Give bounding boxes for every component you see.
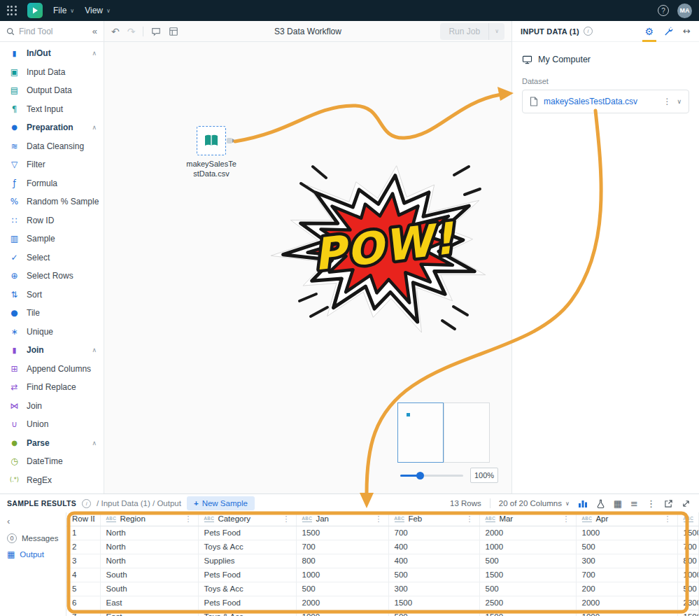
column-menu-icon[interactable]: ⋮ — [466, 512, 474, 526]
column-type-icon: ABC — [106, 516, 117, 522]
table-cell: Pets Food — [198, 596, 296, 610]
sidebar-collapse-button[interactable]: « — [92, 26, 97, 36]
table-cell: 700 — [388, 526, 479, 540]
column-menu-icon[interactable]: ⋮ — [283, 512, 290, 526]
info-icon[interactable]: i — [82, 499, 91, 508]
sidebar-section-in-out[interactable]: ▮In/Out∧ — [0, 44, 104, 63]
expand-panel-icon[interactable]: ↔ — [683, 26, 691, 36]
column-header-apr[interactable]: ABCApr⋮ — [576, 512, 677, 526]
table-row[interactable]: 7EastToys & Acc1000500150010001500 — [66, 610, 698, 616]
undo-icon[interactable]: ↶ — [111, 27, 120, 36]
table-row[interactable]: 1NorthPets Food1500700200010001500 — [66, 526, 698, 540]
avatar[interactable]: MA — [677, 4, 692, 18]
table-row[interactable]: 2NorthToys & Acc7004001000500700 — [66, 540, 698, 554]
journal-icon[interactable] — [169, 27, 178, 36]
table-cell: 7 — [66, 610, 100, 616]
help-icon[interactable]: ? — [658, 5, 669, 16]
results-breadcrumb[interactable]: / Input Data (1) / Output — [97, 499, 181, 507]
workflow-canvas[interactable]: makeySalesTestData.csv 100% — [104, 42, 511, 493]
tool-item-tile[interactable]: ●Tile — [0, 304, 104, 323]
tool-item-sort[interactable]: ⇅Sort — [0, 286, 104, 304]
tool-label: DateTime — [27, 456, 63, 466]
table-row[interactable]: 4SouthPets Food100050015007001000 — [66, 568, 698, 582]
zoom-slider[interactable] — [400, 468, 463, 482]
node-output-port[interactable] — [227, 138, 232, 144]
tool-item-text-input[interactable]: ¶Text Input — [0, 100, 104, 119]
app-grid-icon[interactable] — [7, 6, 17, 15]
minimap-page[interactable] — [444, 402, 490, 463]
tool-item-find-replace[interactable]: ⇄Find Replace — [0, 378, 104, 397]
dataset-menu-icon[interactable]: ⋮ — [663, 97, 671, 106]
chevron-down-icon[interactable]: ∨ — [677, 98, 682, 105]
tool-item-filter[interactable]: ▽Filter — [0, 155, 104, 174]
menu-view[interactable]: View ∨ — [85, 6, 111, 15]
column-menu-icon[interactable]: ⋮ — [664, 512, 672, 526]
tool-label: Input Data — [27, 67, 65, 77]
tool-label: Formula — [27, 178, 57, 188]
tool-item-union[interactable]: ∪Union — [0, 415, 104, 434]
sidebar-section-join[interactable]: ▮Join∧ — [0, 341, 104, 360]
tool-item-regex[interactable]: (.*)RegEx — [0, 471, 104, 490]
app-logo-icon[interactable] — [27, 3, 43, 18]
sidebar-section-preparation[interactable]: ●Preparation∧ — [0, 118, 104, 137]
column-header-jan[interactable]: ABCJan⋮ — [296, 512, 388, 526]
tool-item-input-data[interactable]: ▣Input Data — [0, 63, 104, 82]
tool-label: Filter — [27, 160, 45, 169]
tool-item-sample[interactable]: ▥Sample — [0, 230, 104, 248]
search-input[interactable] — [19, 27, 76, 36]
tool-item-output-data[interactable]: ▤Output Data — [0, 81, 104, 100]
list-view-icon[interactable]: ≡ — [630, 499, 638, 508]
run-job-dropdown-icon[interactable]: ∨ — [489, 28, 504, 34]
run-job-button[interactable]: Run Job ∨ — [440, 23, 504, 40]
tool-item-unique[interactable]: ∗Unique — [0, 323, 104, 342]
workflow-node-input-data[interactable] — [197, 126, 226, 155]
redo-icon[interactable]: ↷ — [127, 27, 136, 36]
comment-icon[interactable] — [151, 27, 161, 36]
open-in-new-icon[interactable] — [664, 499, 673, 508]
expand-results-icon[interactable] — [682, 499, 691, 508]
more-options-icon[interactable]: ⋮ — [647, 499, 656, 508]
tool-item-select-rows[interactable]: ⊕Select Rows — [0, 267, 104, 286]
gear-icon[interactable]: ⚙ — [645, 27, 654, 36]
tool-item-select[interactable]: ✓Select — [0, 248, 104, 267]
column-header-feb[interactable]: ABCFeb⋮ — [388, 512, 479, 526]
dataset-selector[interactable]: makeySalesTestData.csv ⋮ ∨ — [522, 90, 689, 113]
table-row[interactable]: 3NorthSupplies800400500300800 — [66, 554, 698, 568]
tool-item-formula[interactable]: ƒFormula — [0, 174, 104, 193]
column-menu-icon[interactable]: ⋮ — [185, 512, 192, 526]
table-row[interactable]: 6EastPets Food20001500250020002300 — [66, 596, 698, 610]
tool-item-row-id[interactable]: ∷Row ID — [0, 211, 104, 230]
zoom-slider-knob[interactable] — [416, 472, 424, 479]
menu-file[interactable]: File ∨ — [53, 6, 74, 15]
chart-view-icon[interactable] — [578, 499, 588, 508]
sidebar-section-parse[interactable]: ●Parse∧ — [0, 434, 104, 453]
tool-item-append-columns[interactable]: ⊞Append Columns — [0, 360, 104, 379]
new-sample-button[interactable]: + New Sample — [187, 496, 255, 510]
rail-item-output[interactable]: ▦ Output — [0, 547, 66, 562]
table-cell: 6 — [66, 596, 100, 610]
columns-selector[interactable]: 20 of 20 Columns ∨ — [499, 499, 570, 507]
column-header-m[interactable]: ABCM⋮ — [677, 512, 698, 526]
rail-item-messages[interactable]: 0 Messages — [0, 530, 66, 547]
table-cell: 1000 — [479, 540, 576, 554]
source-my-computer[interactable]: My Computer — [522, 50, 689, 69]
profile-flask-icon[interactable] — [596, 499, 605, 508]
tool-item-join[interactable]: ⋈Join — [0, 397, 104, 416]
column-menu-icon[interactable]: ⋮ — [563, 512, 570, 526]
tool-item-data-cleansing[interactable]: ≋Data Cleansing — [0, 137, 104, 156]
tool-item-random-sample[interactable]: %Random % Sample — [0, 192, 104, 211]
column-header-region[interactable]: ABCRegion⋮ — [100, 512, 198, 526]
table-row[interactable]: 5SouthToys & Acc500300500200500 — [66, 582, 698, 596]
tool-item-datetime[interactable]: ◷DateTime — [0, 452, 104, 471]
column-header-category[interactable]: ABCCategory⋮ — [198, 512, 296, 526]
rail-collapse-icon[interactable]: ‹ — [0, 514, 66, 530]
grid-view-icon[interactable]: ▦ — [614, 499, 622, 508]
column-header-mar[interactable]: ABCMar⋮ — [479, 512, 576, 526]
minimap[interactable] — [397, 402, 490, 463]
info-icon[interactable]: i — [584, 27, 593, 36]
zoom-level[interactable]: 100% — [470, 468, 498, 483]
minimap-page-active[interactable] — [397, 402, 444, 463]
column-header-row-id[interactable]: Row ID — [66, 512, 100, 526]
column-menu-icon[interactable]: ⋮ — [375, 512, 383, 526]
wrench-icon[interactable] — [663, 27, 673, 36]
